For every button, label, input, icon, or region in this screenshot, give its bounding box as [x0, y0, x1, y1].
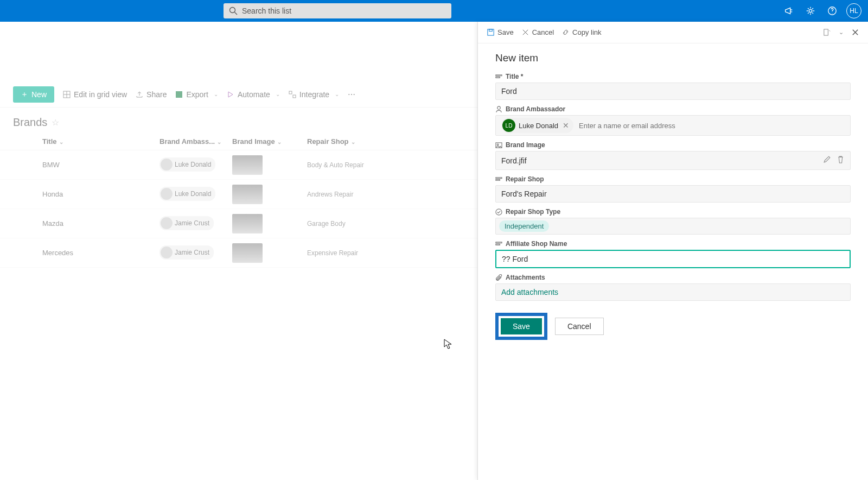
user-avatar[interactable]: HL: [846, 3, 861, 18]
close-icon: [521, 28, 529, 36]
copy-link-button[interactable]: Copy link: [561, 28, 601, 36]
more-button[interactable]: ⋯: [348, 90, 355, 99]
row-ambassador: Luke Donald: [159, 187, 232, 201]
column-image[interactable]: Brand Image⌄: [232, 137, 307, 146]
close-panel-button[interactable]: [851, 28, 859, 36]
svg-point-20: [496, 209, 502, 214]
title-input[interactable]: Ford: [495, 83, 851, 100]
new-button[interactable]: ＋New: [13, 86, 54, 103]
person-icon: [495, 106, 502, 113]
column-title[interactable]: Title⌄: [13, 137, 159, 146]
link-icon: [561, 28, 570, 36]
svg-rect-10: [488, 29, 494, 35]
ambassador-input[interactable]: LD Luke Donald ✕: [495, 115, 851, 136]
image-input[interactable]: Ford.jfif: [495, 151, 851, 170]
search-list-input[interactable]: Search this list: [224, 3, 451, 18]
row-image: [232, 243, 307, 263]
column-shop[interactable]: Repair Shop⌄: [307, 137, 383, 146]
svg-point-15: [497, 106, 501, 109]
mouse-cursor: [444, 339, 452, 350]
add-attachments-link[interactable]: Add attachments: [501, 288, 558, 296]
gear-icon[interactable]: [800, 0, 821, 22]
row-image: [232, 214, 307, 233]
column-ambassador[interactable]: Brand Ambass...⌄: [159, 137, 232, 146]
image-icon: [495, 142, 502, 149]
help-icon[interactable]: [821, 0, 843, 22]
edit-image-icon[interactable]: [823, 155, 831, 166]
integrate-button[interactable]: Integrate⌄: [289, 90, 339, 99]
shoptype-tag: Independent: [499, 220, 549, 232]
ambassador-text-input[interactable]: [579, 122, 845, 130]
attachments-area[interactable]: Add attachments: [495, 283, 851, 301]
shoptype-input[interactable]: Independent: [495, 218, 851, 235]
remove-person-icon[interactable]: ✕: [563, 121, 569, 130]
svg-rect-11: [489, 29, 493, 31]
ambassador-field-label: Brand Ambassador: [495, 105, 851, 113]
row-ambassador: Luke Donald: [159, 157, 232, 172]
svg-point-2: [809, 9, 812, 12]
attachments-label: Attachments: [495, 274, 851, 281]
favorite-star-icon[interactable]: ☆: [52, 117, 59, 128]
attachment-icon: [495, 274, 502, 281]
export-button[interactable]: Export⌄: [175, 90, 218, 99]
affiliate-input[interactable]: ?? Ford: [495, 250, 851, 268]
panel-cancel-button[interactable]: Cancel: [521, 28, 554, 36]
search-icon: [229, 7, 238, 15]
search-placeholder: Search this list: [242, 7, 291, 15]
row-title: BMW: [13, 161, 159, 169]
text-icon: [495, 176, 502, 183]
svg-point-17: [497, 144, 499, 146]
chevron-down-icon[interactable]: ⌄: [839, 29, 844, 36]
person-avatar: LD: [502, 119, 515, 132]
svg-rect-22: [496, 244, 500, 245]
save-button-highlight: Save: [495, 313, 547, 340]
text-icon: [495, 73, 502, 80]
megaphone-icon[interactable]: [778, 0, 800, 22]
shop-field-label: Repair Shop: [495, 175, 851, 183]
cancel-form-button[interactable]: Cancel: [555, 318, 604, 335]
share-button[interactable]: Share: [136, 90, 167, 99]
row-shop: Expensive Repair: [307, 249, 383, 257]
text-icon: [495, 241, 502, 248]
shoptype-field-label: Repair Shop Type: [495, 208, 851, 216]
svg-rect-12: [824, 29, 828, 35]
svg-rect-21: [496, 242, 502, 243]
choice-icon: [495, 209, 502, 216]
new-item-panel: Save Cancel Copy link ⌄ New item Title *…: [477, 22, 868, 480]
row-shop: Andrews Repair: [307, 191, 383, 198]
svg-point-0: [230, 8, 235, 13]
panel-command-bar: Save Cancel Copy link ⌄: [478, 22, 868, 43]
row-image: [232, 155, 307, 175]
row-title: Mazda: [13, 219, 159, 228]
svg-rect-18: [496, 177, 502, 178]
edit-grid-button[interactable]: Edit in grid view: [63, 90, 127, 99]
top-suite-bar: Search this list HL: [0, 0, 868, 22]
svg-rect-8: [289, 91, 292, 94]
person-chip: LD Luke Donald ✕: [501, 118, 573, 133]
svg-rect-9: [293, 95, 296, 98]
svg-rect-19: [496, 179, 500, 180]
row-ambassador: Jamie Crust: [159, 216, 232, 231]
save-icon: [487, 28, 495, 36]
shop-input[interactable]: Ford's Repair: [495, 185, 851, 203]
panel-save-button[interactable]: Save: [487, 28, 514, 36]
save-form-button[interactable]: Save: [501, 318, 542, 334]
row-title: Mercedes: [13, 249, 159, 257]
image-field-label: Brand Image: [495, 141, 851, 149]
svg-rect-13: [496, 74, 502, 75]
panel-title: New item: [495, 52, 851, 64]
row-image: [232, 185, 307, 204]
svg-rect-4: [63, 91, 70, 98]
row-shop: Garage Body: [307, 220, 383, 228]
affiliate-field-label: Affiliate Shop Name: [495, 240, 851, 248]
svg-line-1: [235, 12, 238, 15]
delete-image-icon[interactable]: [837, 155, 845, 166]
edit-form-icon[interactable]: [823, 28, 831, 36]
svg-rect-14: [496, 77, 500, 78]
svg-rect-7: [176, 91, 182, 98]
automate-button[interactable]: Automate⌄: [227, 90, 280, 99]
row-ambassador: Jamie Crust: [159, 245, 232, 260]
title-field-label: Title *: [495, 73, 851, 80]
row-shop: Body & Auto Repair: [307, 161, 383, 169]
row-title: Honda: [13, 190, 159, 198]
